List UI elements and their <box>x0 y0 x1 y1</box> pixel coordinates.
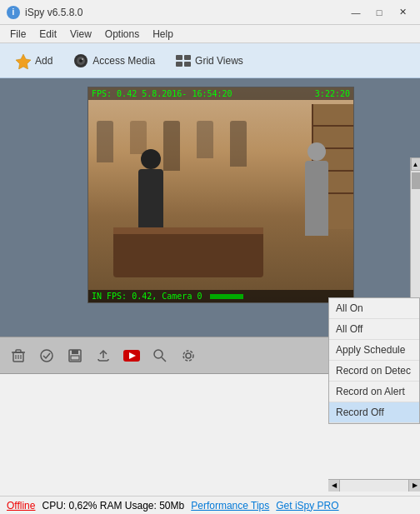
scroll-up-arrow[interactable]: ▲ <box>411 157 421 171</box>
minimize-button[interactable]: — <box>345 4 367 21</box>
svg-point-4 <box>82 58 83 60</box>
menu-file[interactable]: File <box>3 27 32 42</box>
access-media-label: Access Media <box>92 55 155 67</box>
svg-marker-0 <box>16 54 31 69</box>
svg-rect-17 <box>72 350 78 354</box>
camera-icon <box>72 52 89 69</box>
trash-icon <box>11 348 26 363</box>
grid-icon <box>175 52 192 69</box>
save-button[interactable] <box>63 344 87 367</box>
svg-line-22 <box>162 357 166 362</box>
performance-tips-link[interactable]: Performance Tips <box>191 500 269 512</box>
svg-rect-5 <box>176 55 182 60</box>
menu-view[interactable]: View <box>63 27 98 42</box>
fps-indicator <box>210 294 243 299</box>
svg-rect-6 <box>184 55 191 60</box>
dropdown-item-apply-schedule[interactable]: Apply Schedule <box>329 340 419 361</box>
camera-time: 3:22:20 <box>315 89 350 98</box>
window-title: iSpy v6.5.8.0 <box>25 7 345 18</box>
camera-overlay-top: FPS: 0.42 5.8.2016- 16:54:20 3:22:20 <box>88 87 353 100</box>
menu-help[interactable]: Help <box>146 27 180 42</box>
camera-scene <box>88 87 353 302</box>
youtube-icon <box>122 348 141 363</box>
hscroll-left-arrow[interactable]: ◀ <box>328 480 340 492</box>
app-icon: i <box>7 6 20 19</box>
grid-views-button[interactable]: Grid Views <box>167 49 252 72</box>
dropdown-item-record-off[interactable]: Record Off <box>329 402 419 423</box>
svg-rect-18 <box>71 356 79 360</box>
svg-rect-8 <box>184 62 191 67</box>
svg-rect-11 <box>16 350 21 352</box>
search-button[interactable] <box>148 344 172 367</box>
camera-feed[interactable]: FPS: 0.42 5.8.2016- 16:54:20 3:22:20 <box>88 87 354 303</box>
camera-fps-top: FPS: 0.42 5.8.2016- 16:54:20 <box>92 89 232 98</box>
upload-button[interactable] <box>92 344 115 367</box>
access-media-button[interactable]: Access Media <box>64 49 163 72</box>
figure-2 <box>305 161 328 236</box>
add-label: Add <box>35 55 52 67</box>
dropdown-item-record-on-alert[interactable]: Record on Alert <box>329 382 419 402</box>
add-button[interactable]: Add <box>7 49 61 72</box>
figure-1 <box>138 169 163 236</box>
menu-edit[interactable]: Edit <box>32 27 63 42</box>
upload-icon <box>96 348 111 363</box>
gear-icon <box>181 348 196 363</box>
status-bar: Offline CPU: 0,62% RAM Usage: 50Mb Perfo… <box>0 496 420 514</box>
camera-fps-bar: IN FPS: 0.42, Camera 0 <box>92 292 243 301</box>
save-icon <box>68 348 82 363</box>
status-cpu-ram: CPU: 0,62% RAM Usage: 50Mb <box>42 500 184 512</box>
dropdown-hscrollbar[interactable]: ◀ ▶ <box>328 479 420 491</box>
menu-options[interactable]: Options <box>98 27 146 42</box>
close-button[interactable]: ✕ <box>392 4 413 21</box>
hscroll-track[interactable] <box>340 480 408 492</box>
svg-point-15 <box>41 350 52 362</box>
camera-overlay-bottom: IN FPS: 0.42, Camera 0 <box>88 290 353 302</box>
search-icon <box>152 348 168 363</box>
window-controls: — □ ✕ <box>345 4 413 21</box>
hscroll-right-arrow[interactable]: ▶ <box>408 480 420 492</box>
dropdown-item-all-off[interactable]: All Off <box>329 319 419 340</box>
check-button[interactable] <box>35 344 58 367</box>
delete-button[interactable] <box>7 344 30 367</box>
youtube-button[interactable] <box>120 344 143 367</box>
svg-rect-7 <box>176 62 182 67</box>
maximize-button[interactable]: □ <box>368 4 390 21</box>
grid-views-label: Grid Views <box>195 55 243 67</box>
get-ispy-pro-link[interactable]: Get iSpy PRO <box>276 500 338 512</box>
dropdown-item-all-on[interactable]: All On <box>329 298 419 319</box>
menu-bar: File Edit View Options Help <box>0 25 420 43</box>
status-offline[interactable]: Offline <box>7 500 35 512</box>
dropdown-item-record-on-detect[interactable]: Record on Detec <box>329 361 419 382</box>
toolbar: Add Access Media Grid Views <box>0 43 420 78</box>
table-object <box>113 227 263 277</box>
svg-point-23 <box>186 353 191 358</box>
scroll-thumb[interactable] <box>412 172 420 189</box>
add-icon <box>15 52 32 69</box>
checkmark-icon <box>39 348 54 363</box>
svg-point-21 <box>154 350 162 358</box>
dropdown-panel: All On All Off Apply Schedule Record on … <box>328 297 420 424</box>
title-bar: i iSpy v6.5.8.0 — □ ✕ <box>0 0 420 25</box>
settings-button[interactable] <box>177 344 200 367</box>
svg-point-24 <box>183 351 193 361</box>
